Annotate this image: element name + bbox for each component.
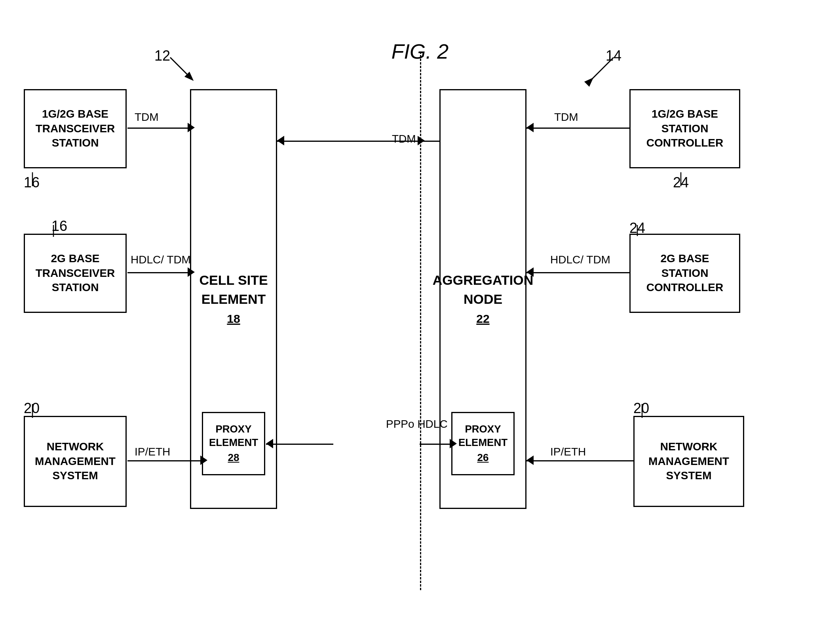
arrow-ipeth-right1-line xyxy=(526,460,634,461)
arrow-tdm-cross-line xyxy=(277,141,420,142)
arrow-ipeth-right1-head xyxy=(526,455,534,465)
ref-20b-arrow xyxy=(638,404,658,422)
arrow-tdm1-head xyxy=(188,123,195,132)
label-ipeth1: IP/ETH xyxy=(135,446,170,458)
ref-14-arrow xyxy=(590,57,614,81)
label-tdm-center: TDM xyxy=(392,133,416,145)
proxy-right-box: PROXY ELEMENT 26 xyxy=(451,412,515,475)
arrow-hdlctdm1-line xyxy=(127,272,190,273)
ref-12: 12 xyxy=(154,48,170,64)
arrow-ppphdlc-line1 xyxy=(266,444,333,445)
arrow-tdm-right1-head xyxy=(526,123,534,132)
label-hdlctdm-right1: HDLC/ TDM xyxy=(550,253,610,266)
arrow-ipeth1-line xyxy=(127,460,203,461)
ref-24b-arrow xyxy=(633,225,653,241)
ref-20a-arrow xyxy=(29,404,48,422)
arrow-tdm1-line xyxy=(127,128,190,129)
arrow-hdlctdm1-head xyxy=(188,267,195,277)
label-tdm-right1: TDM xyxy=(554,111,578,124)
arrow-hdlctdm-right1-line xyxy=(526,272,630,273)
arrow-tdm-cross-head-right xyxy=(418,136,425,145)
label-ppphdlc: PPPo HDLC xyxy=(386,418,448,431)
bts-2g-box: 2G BASE TRANSCEIVER STATION xyxy=(24,234,127,313)
arrow-ppphdlc-left-head xyxy=(266,439,273,448)
bsc-1g2g-box: 1G/2G BASE STATION CONTROLLER xyxy=(629,89,740,168)
ref-12-arrow xyxy=(170,57,194,81)
dashed-center-line xyxy=(420,51,421,590)
bsc-2g-box: 2G BASE STATION CONTROLLER xyxy=(629,234,740,313)
label-ipeth-right1: IP/ETH xyxy=(550,446,586,458)
arrow-ppphdlc-right-head xyxy=(450,439,457,448)
nms-left-box: NETWORK MANAGEMENT SYSTEM xyxy=(24,416,127,507)
bts-1g2g-box: 1G/2G BASE TRANSCEIVER STATION xyxy=(24,89,127,168)
arrow-tdm-right1-line xyxy=(526,128,630,129)
arrow-ppphdlc-line2 xyxy=(420,444,452,445)
nms-right-box: NETWORK MANAGEMENT SYSTEM xyxy=(633,416,744,507)
arrow-hdlctdm-right1-head xyxy=(526,267,534,277)
svg-line-0 xyxy=(170,57,192,79)
ref-24a-arrow xyxy=(677,172,697,192)
proxy-left-box: PROXY ELEMENT 28 xyxy=(202,412,265,475)
ref-16b-arrow xyxy=(48,225,67,241)
svg-line-1 xyxy=(592,57,614,79)
label-tdm1: TDM xyxy=(135,111,159,124)
label-hdlctdm1: HDLC/ TDM xyxy=(131,253,191,266)
arrow-ipeth1-head xyxy=(200,455,207,465)
ref-16a-arrow xyxy=(29,172,48,192)
arrow-tdm-cross-head-left xyxy=(277,136,284,145)
